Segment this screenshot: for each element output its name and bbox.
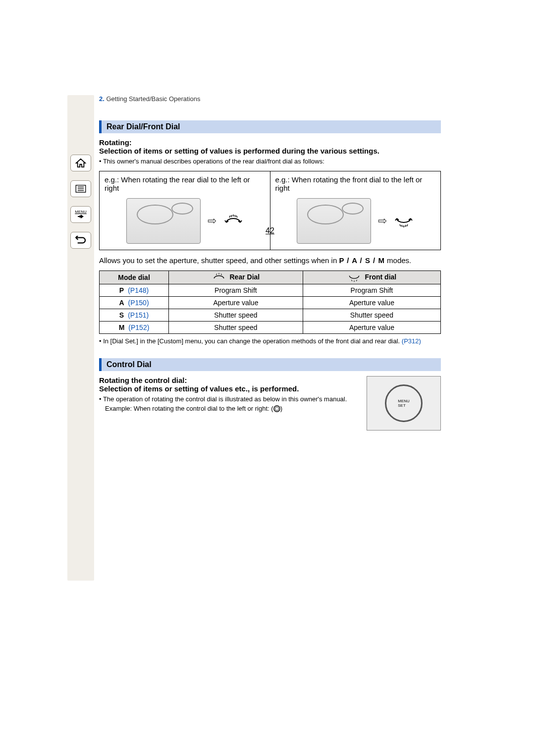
section-title-control-dial: Control Dial — [99, 358, 441, 371]
camera-rear-icon — [126, 198, 201, 244]
control-dial-illustration: MENUSET — [367, 376, 441, 431]
table-row: M(P152) Shutter speed Aperture value — [100, 322, 441, 334]
page-content: 2. Getting Started/Basic Operations Rear… — [99, 95, 441, 433]
mode-letters: P / A / S / M — [339, 256, 384, 265]
home-button[interactable] — [70, 155, 91, 171]
chapter-title: Getting Started/Basic Operations — [106, 95, 200, 103]
rear-dial-illustration: ⇨ — [105, 196, 265, 246]
front-dial-example-text: e.g.: When rotating the front dial to th… — [275, 175, 423, 192]
camera-front-icon — [297, 198, 371, 244]
rear-dial-icon — [223, 215, 243, 227]
th-front: Front dial — [303, 271, 440, 284]
mode-letter: A — [119, 299, 124, 307]
section-title-rear-front-dial: Rear Dial/Front Dial — [99, 120, 441, 133]
dial-set-note: • In [Dial Set.] in the [Custom] menu, y… — [99, 337, 441, 346]
th-mode: Mode dial — [100, 271, 169, 284]
cell-rear: Program Shift — [169, 284, 303, 297]
page-link[interactable]: (P151) — [128, 311, 149, 319]
arrow-right-icon: ⇨ — [378, 215, 387, 227]
front-dial-icon — [347, 273, 361, 282]
page-number: 42 — [99, 226, 441, 235]
rear-dial-example: e.g.: When rotating the rear dial to the… — [100, 171, 270, 250]
menu-arrow-icon — [77, 215, 84, 218]
page-link[interactable]: (P312) — [402, 337, 421, 345]
sidebar-nav: MENU — [67, 95, 94, 581]
dial-mode-table: Mode dial Rear Dial Front dial P(P148) P… — [99, 270, 441, 334]
list-icon — [75, 185, 86, 193]
home-icon — [75, 158, 86, 168]
breadcrumb: 2. Getting Started/Basic Operations — [99, 95, 441, 103]
mode-letter: P — [119, 286, 124, 294]
arrow-right-icon: ⇨ — [208, 215, 216, 227]
th-rear: Rear Dial — [169, 271, 303, 284]
cell-front: Shutter speed — [303, 309, 440, 322]
cell-front: Program Shift — [303, 284, 440, 297]
back-button[interactable] — [70, 232, 91, 249]
menu-button[interactable]: MENU — [70, 206, 91, 223]
front-dial-illustration: ⇨ — [275, 196, 436, 246]
modes-description: Allows you to set the aperture, shutter … — [99, 255, 441, 266]
cell-rear: Shutter speed — [169, 322, 303, 334]
chapter-number: 2. — [99, 95, 105, 103]
menu-set-dial-icon: MENUSET — [385, 384, 423, 422]
modes-pre: Allows you to set the aperture, shutter … — [99, 256, 339, 265]
menu-label: MENU — [75, 210, 87, 214]
modes-post: modes. — [387, 256, 411, 265]
front-dial-icon — [394, 215, 414, 227]
rear-dial-icon — [212, 273, 226, 282]
owners-note: • This owner's manual describes operatio… — [99, 157, 441, 166]
back-icon — [75, 236, 86, 245]
table-row: A(P150) Aperture value Aperture value — [100, 297, 441, 309]
rear-dial-example-text: e.g.: When rotating the rear dial to the… — [105, 175, 250, 192]
page-link[interactable]: (P152) — [128, 324, 149, 331]
cell-front: Aperture value — [303, 322, 440, 334]
table-row: S(P151) Shutter speed Shutter speed — [100, 309, 441, 322]
page-link[interactable]: (P150) — [128, 299, 149, 307]
contents-button[interactable] — [70, 180, 91, 197]
front-dial-example: e.g.: When rotating the front dial to th… — [270, 171, 441, 250]
rotating-desc: Selection of items or setting of values … — [99, 147, 441, 155]
page-link[interactable]: (P148) — [128, 286, 149, 294]
cell-rear: Aperture value — [169, 297, 303, 309]
cell-rear: Shutter speed — [169, 309, 303, 322]
control-dial-icon: () — [271, 405, 282, 412]
rotating-label: Rotating: — [99, 138, 441, 147]
mode-letter: S — [119, 311, 124, 319]
table-row: P(P148) Program Shift Program Shift — [100, 284, 441, 297]
mode-letter: M — [119, 324, 125, 331]
dial-examples: e.g.: When rotating the rear dial to the… — [99, 171, 441, 250]
cell-front: Aperture value — [303, 297, 440, 309]
